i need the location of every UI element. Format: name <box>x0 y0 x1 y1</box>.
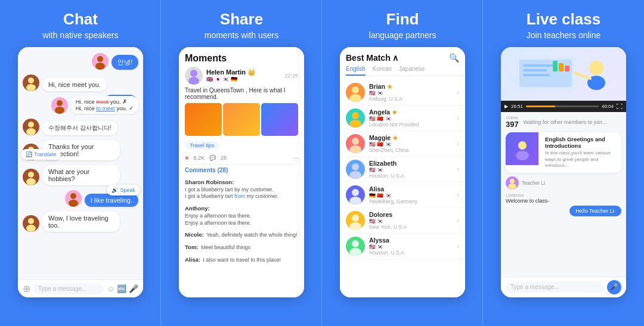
table-row: Hi, nice meet you. ✗ Hi, nice to meet yo… <box>23 96 138 114</box>
class-info: English Greetings and Introductions In t… <box>543 132 621 173</box>
svg-point-43 <box>518 141 527 150</box>
list-item[interactable]: Alisa 🇩🇪 🇨🇳 🇰🇷 Heidelberg, Germany › <box>340 182 465 208</box>
comments-title: Comments (28) <box>185 167 298 173</box>
post-text: Travel in QueensTown , Here is what I re… <box>185 87 298 100</box>
chat-bubble: 수정해주서 감사합니다! <box>42 121 117 135</box>
find-tabs: English Korean Japanese <box>340 66 465 76</box>
post-avatar <box>185 67 203 85</box>
chat-screen: ✓ AbcCorrection 🔄 Translate 🔊 Speak 안녕! <box>18 47 143 297</box>
svg-line-42 <box>574 73 590 79</box>
fullscreen-icon[interactable]: ⛶ <box>617 103 623 110</box>
svg-rect-37 <box>553 61 558 72</box>
svg-point-14 <box>28 218 34 224</box>
svg-point-12 <box>70 193 76 199</box>
find-section: Find language partners Best Match ∧ 🔍 En… <box>322 0 483 326</box>
translate-button[interactable]: 🔄 Translate <box>21 149 61 160</box>
chat-input-bar: ⊕ Type a message... ☺ 🔤 🎤 <box>18 280 143 297</box>
svg-point-18 <box>352 86 359 94</box>
share-phone: Moments Helen Martin 👑 🇬🇧 🇯🇵 🇰🇷 🇩🇪 22:25 <box>179 47 304 297</box>
chat-phone: ✓ AbcCorrection 🔄 Translate 🔊 Speak 안녕! <box>18 47 143 297</box>
find-screen: Best Match ∧ 🔍 English Korean Japanese B… <box>340 47 465 297</box>
chat-subtitle: with native speakers <box>43 30 119 40</box>
plus-icon[interactable]: ⊕ <box>23 283 30 294</box>
list-item[interactable]: Dolores 🇺🇸 🇰🇷 New York, U.S.A › <box>340 208 465 234</box>
speak-button[interactable]: 🔊 Speak <box>107 185 140 195</box>
table-row: Wow, I love traveling too. <box>23 212 138 232</box>
post-flags: 🇬🇧 🇯🇵 🇰🇷 🇩🇪 <box>206 76 256 82</box>
class-desc: In this class,you'll learn various ways … <box>545 150 619 169</box>
post-tag[interactable]: Travel tips <box>185 141 219 150</box>
list-item[interactable]: Brian ★ 🇺🇸 🇰🇷 Feiburg, U.S.A › <box>340 80 465 105</box>
svg-point-2 <box>28 77 34 83</box>
chat-input[interactable]: Type a message... <box>33 283 104 294</box>
chat-section: Chat with native speakers ✓ AbcCorrectio… <box>0 0 161 326</box>
play-icon[interactable]: ▶ <box>504 104 508 109</box>
list-item[interactable]: Alyssa 🇺🇸 🇰🇷 Houston, U.S.A › <box>340 234 465 259</box>
avatar <box>23 119 39 135</box>
live-chat-message-1: Listanna Welcome to class- <box>506 192 621 204</box>
partner-info: Brian ★ 🇺🇸 🇰🇷 Feiburg, U.S.A <box>369 83 453 102</box>
heart-icon: ♥ <box>185 154 189 162</box>
mic-icon[interactable]: 🎤 <box>129 284 138 293</box>
svg-point-1 <box>95 63 105 70</box>
avatar <box>346 108 365 128</box>
chat-bubble: Wow, I love traveling too. <box>42 212 120 232</box>
svg-point-10 <box>28 172 34 178</box>
chevron-right-icon: › <box>457 216 459 225</box>
chevron-right-icon: › <box>457 88 459 97</box>
comments-count: 28 <box>221 155 227 161</box>
avatar <box>23 169 39 185</box>
svg-point-0 <box>97 56 103 62</box>
live-input-bar: Type a message... 🎤 <box>501 277 626 297</box>
share-icon[interactable]: ··· <box>293 155 298 161</box>
find-header: Best Match ∧ 🔍 <box>340 47 465 66</box>
video-progress[interactable] <box>526 105 599 107</box>
svg-point-5 <box>55 107 64 114</box>
table-row: What are your hobbies? <box>23 165 138 185</box>
tab-japanese[interactable]: Japanese <box>399 66 425 76</box>
moments-title: Moments <box>185 53 298 64</box>
post-images <box>185 103 298 136</box>
share-subtitle: moments with users <box>205 30 278 40</box>
avatar <box>51 97 68 114</box>
tab-english[interactable]: English <box>346 66 366 76</box>
partner-info: Elizabeth 🇺🇸 🇰🇷 Houston, U.S.A <box>369 160 453 179</box>
live-title: Live class <box>527 11 600 28</box>
svg-point-21 <box>349 120 361 128</box>
chevron-right-icon: › <box>457 139 459 148</box>
tab-korean[interactable]: Korean <box>373 66 392 76</box>
svg-point-40 <box>589 61 603 75</box>
list-item[interactable]: Angela ★ 🇺🇸 🇨🇳 🇰🇷 Location Not Provided … <box>340 105 465 131</box>
list-item: Tom: Meet beautiful things <box>185 241 298 252</box>
mic-button[interactable]: 🎤 <box>607 280 621 294</box>
post-user-name: Helen Martin 👑 <box>206 69 256 76</box>
search-icon[interactable]: 🔍 <box>449 53 459 63</box>
list-item[interactable]: Elizabeth 🇺🇸 🇰🇷 Houston, U.S.A › <box>340 157 465 182</box>
svg-rect-39 <box>565 66 569 72</box>
live-class-card[interactable]: English Greetings and Introductions In t… <box>506 132 621 173</box>
avatar <box>23 74 39 91</box>
live-section: Live class Join teachers online <box>483 0 644 326</box>
list-item[interactable]: Maggie ★ 🇺🇸 🇨🇳 🇰🇷 ShenZhen, China › <box>340 131 465 157</box>
translate-icon[interactable]: 🔤 <box>117 284 126 293</box>
list-item: Alisa: I also want to travel to this pla… <box>185 253 298 264</box>
chat-bubble: What are your hobbies? <box>42 165 120 185</box>
avatar <box>346 83 365 102</box>
emoji-icon[interactable]: ☺ <box>107 284 114 293</box>
svg-point-20 <box>352 112 359 119</box>
correction-bubble: Hi, nice meet you. ✗ Hi, nice to meet yo… <box>71 96 138 114</box>
avatar <box>346 185 365 204</box>
svg-rect-35 <box>523 69 547 72</box>
partner-info: Angela ★ 🇺🇸 🇨🇳 🇰🇷 Location Not Provided <box>369 108 453 128</box>
svg-point-15 <box>26 225 36 232</box>
svg-point-19 <box>349 94 361 102</box>
svg-point-31 <box>349 248 361 256</box>
svg-rect-33 <box>519 60 572 87</box>
live-chat-input[interactable]: Type a message... <box>506 281 604 293</box>
live-info-row: Online 397 Waiting for other members to … <box>501 112 626 132</box>
live-screen: ▶ 26:51 40:04 ⛶ Online 397 Waiting for o… <box>501 47 626 297</box>
post-timestamp: 22:25 <box>284 73 298 79</box>
live-chat-bubble: Hello Teacher Li· <box>569 206 621 216</box>
svg-point-6 <box>28 122 34 128</box>
svg-point-16 <box>190 70 197 77</box>
